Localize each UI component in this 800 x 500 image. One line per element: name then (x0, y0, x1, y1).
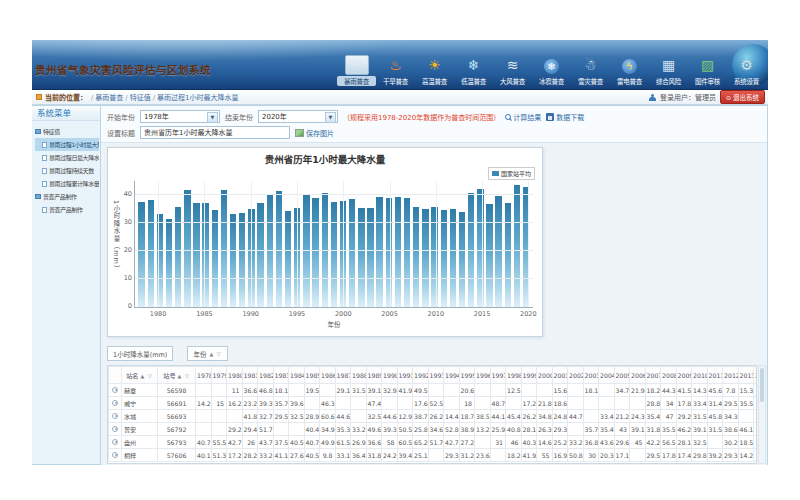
nav-item-冰雹普查[interactable]: ❄冰雹普查 (532, 55, 571, 86)
year-header-2005[interactable]: 2005 (614, 367, 630, 384)
sidebar-item[interactable]: 普查产品制作 (35, 203, 99, 216)
year-header-1992[interactable]: 1992 (413, 367, 429, 384)
station-id-header[interactable]: 站号 ▲ ▽ (158, 367, 196, 384)
year-header-1980[interactable]: 1980 (227, 367, 243, 384)
year-header-1997[interactable]: 1997 (490, 367, 506, 384)
gridline (251, 181, 252, 307)
calculate-button[interactable]: 计算结果 (505, 112, 541, 122)
year-header-1985[interactable]: 1985 (304, 367, 320, 384)
year-header-1998[interactable]: 1998 (506, 367, 522, 384)
year-header-1990[interactable]: 1990 (382, 367, 398, 384)
breadcrumb-link[interactable]: 暴雨过程1小时最大降水量 (157, 94, 238, 102)
year-header-1991[interactable]: 1991 (397, 367, 413, 384)
year-header-1984[interactable]: 1984 (289, 367, 305, 384)
download-button[interactable]: 数据下载 (546, 112, 584, 122)
year-header-1999[interactable]: 1999 (521, 367, 537, 384)
nav-item-干旱普查[interactable]: ♨干旱普查 (376, 55, 415, 86)
save-image-button[interactable]: 保存图片 (295, 128, 334, 138)
year-header-1987[interactable]: 1987 (335, 367, 351, 384)
value-type-box[interactable]: 1小时降水量(mm) (107, 346, 173, 361)
nav-item-大风普查[interactable]: ≋大风普查 (493, 55, 532, 86)
station-name: 威宁 (122, 397, 158, 410)
start-year-select[interactable]: 1978年 (140, 110, 220, 123)
nav-item-暴雨普查[interactable]: ☂暴雨普查 (337, 55, 376, 86)
year-header-2014[interactable]: 2014 (754, 367, 757, 384)
year-header-1989[interactable]: 1989 (366, 367, 382, 384)
sidebar-item[interactable]: 暴雨过程1小时最大降水量 (35, 138, 99, 151)
breadcrumb-separator: / (125, 94, 127, 102)
breadcrumb-link[interactable]: 特征值 (130, 94, 151, 102)
year-header-2006[interactable]: 2006 (630, 367, 646, 384)
row-radio-button[interactable] (112, 387, 118, 393)
year-header-1994[interactable]: 1994 (444, 367, 460, 384)
row-radio-button[interactable] (112, 413, 118, 419)
logged-in-user: 登录用户：管理员 (660, 92, 716, 102)
value-cell: 51.3 (211, 449, 227, 462)
year-header-1996[interactable]: 1996 (475, 367, 491, 384)
year-header-2011[interactable]: 2011 (707, 367, 723, 384)
sidebar-item[interactable]: 暴雨过程日最大降水量 (35, 151, 99, 164)
table-row-赫章: 赫章565981136.646.818.119.529.131.539.132.… (109, 384, 758, 397)
sidebar-group-特征值[interactable]: 特征值 (35, 125, 99, 138)
nav-item-高温普查[interactable]: ☀高温普查 (415, 55, 454, 86)
value-cell: 46.3 (320, 397, 336, 410)
chart-title-input[interactable]: 贵州省历年1小时最大降水量 (140, 126, 290, 139)
year-header-2001[interactable]: 2001 (552, 367, 568, 384)
chart-bar-2003 (367, 208, 373, 307)
nav-item-雷电普查[interactable]: ϟ雷电普查 (610, 55, 649, 86)
value-cell: 35.4 (599, 423, 615, 436)
year-header-2010[interactable]: 2010 (692, 367, 708, 384)
value-cell: 45 (630, 436, 646, 449)
year-sort-box[interactable]: 年份 ▲ ▽ (187, 346, 227, 361)
year-header-1986[interactable]: 1986 (320, 367, 336, 384)
station-name-header[interactable]: 站名 ▲ ▽ (122, 367, 158, 384)
year-header-1995[interactable]: 1995 (459, 367, 475, 384)
select-cell (109, 410, 122, 423)
value-cell: 26.2 (521, 410, 537, 423)
nav-item-系统设置[interactable]: ⚙系统设置 (727, 55, 766, 86)
year-header-1988[interactable]: 1988 (351, 367, 367, 384)
year-header-2000[interactable]: 2000 (537, 367, 553, 384)
nav-item-综合风险[interactable]: ▦综合风险 (649, 55, 688, 86)
year-header-1983[interactable]: 1983 (273, 367, 289, 384)
nav-item-雪灾普查[interactable]: ☃雪灾普查 (571, 55, 610, 86)
chart-bar-1994 (285, 211, 291, 307)
value-cell: 40.4 (304, 423, 320, 436)
year-header-1982[interactable]: 1982 (258, 367, 274, 384)
header-banner: 贵州省气象灾害风险评估与区划系统 ☂暴雨普查♨干旱普查☀高温普查❄低温普查≋大风… (32, 40, 768, 90)
nav-item-低温普查[interactable]: ❄低温普查 (454, 55, 493, 86)
year-header-2007[interactable]: 2007 (645, 367, 661, 384)
sort-arrows-icon[interactable]: ▲ ▽ (141, 373, 153, 379)
year-header-1981[interactable]: 1981 (242, 367, 258, 384)
row-radio-button[interactable] (112, 426, 118, 432)
row-radio-button[interactable] (112, 400, 118, 406)
sidebar-item[interactable]: 暴雨过程持续天数 (35, 164, 99, 177)
year-header-1979[interactable]: 1979 (211, 367, 227, 384)
table-scrollbar[interactable] (758, 365, 766, 464)
end-year-select[interactable]: 2020年 (258, 110, 338, 123)
year-header-1993[interactable]: 1993 (428, 367, 444, 384)
year-header-2012[interactable]: 2012 (723, 367, 739, 384)
nav-item-图件审核[interactable]: ▨图件审核 (688, 55, 727, 86)
value-cell: 49.5 (413, 384, 429, 397)
year-header-2004[interactable]: 2004 (599, 367, 615, 384)
logout-button[interactable]: ⊙ 退出系统 (720, 90, 765, 104)
year-header-2002[interactable]: 2002 (568, 367, 584, 384)
sidebar-item[interactable]: 暴雨过程累计降水量 (35, 177, 99, 190)
year-header-2008[interactable]: 2008 (661, 367, 677, 384)
row-radio-button[interactable] (112, 452, 118, 458)
year-header-2009[interactable]: 2009 (676, 367, 692, 384)
sidebar-group-普查产品制作[interactable]: 普查产品制作 (35, 190, 99, 203)
value-cell: 27.6 (289, 449, 305, 462)
page-icon (42, 181, 47, 187)
scrollbar-thumb[interactable] (760, 368, 764, 402)
sort-arrows-icon[interactable]: ▲ ▽ (178, 373, 190, 379)
breadcrumb-link[interactable]: 暴雨普查 (95, 94, 123, 102)
year-header-2013[interactable]: 2013 (738, 367, 754, 384)
year-header-2003[interactable]: 2003 (583, 367, 599, 384)
value-cell: 45.8 (707, 410, 723, 423)
low-temp-icon: ❄ (462, 55, 486, 75)
row-radio-button[interactable] (112, 439, 118, 445)
year-header-1978[interactable]: 1978 (196, 367, 212, 384)
value-cell: 27.2 (459, 436, 475, 449)
